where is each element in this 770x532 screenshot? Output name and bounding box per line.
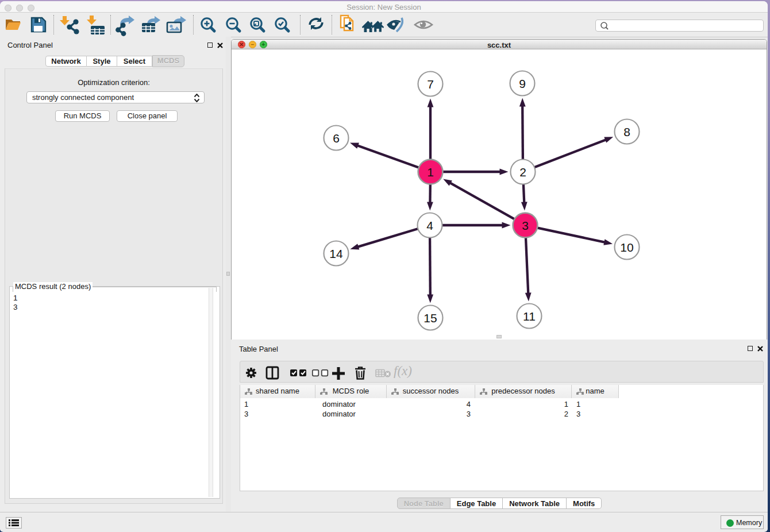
svg-text:11: 11 (523, 310, 536, 323)
svg-text:15: 15 (424, 311, 437, 325)
svg-text:7: 7 (427, 78, 434, 91)
svg-text:1: 1 (427, 165, 434, 179)
svg-text:14: 14 (329, 247, 343, 260)
svg-text:6: 6 (333, 132, 340, 145)
svg-text:10: 10 (620, 241, 633, 254)
svg-text:2: 2 (519, 165, 526, 179)
svg-text:4: 4 (426, 219, 433, 232)
svg-text:9: 9 (519, 77, 526, 90)
svg-text:3: 3 (522, 219, 529, 232)
svg-text:8: 8 (623, 125, 630, 138)
